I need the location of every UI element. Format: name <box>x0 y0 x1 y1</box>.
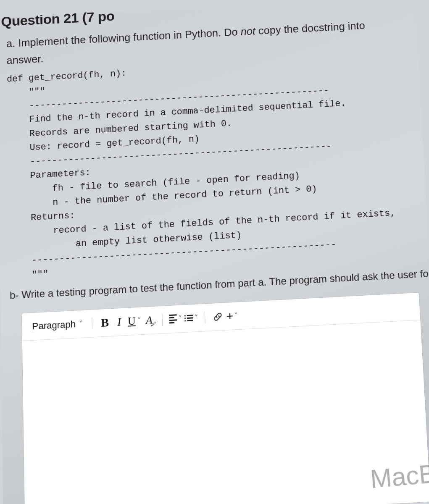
part-a-line2: answer. <box>6 52 43 66</box>
chevron-down-icon: ˅ <box>234 312 238 320</box>
chevron-down-icon: ˅ <box>137 317 141 325</box>
underline-icon: U <box>127 315 136 328</box>
code-line: """ <box>7 87 45 99</box>
toolbar-separator <box>92 317 92 329</box>
font-color-button[interactable]: A🖊 <box>143 314 155 327</box>
font-color-icon: A🖊 <box>146 314 153 327</box>
code-line: def get_record(fh, n): <box>7 68 127 85</box>
bold-button[interactable]: B <box>99 316 111 329</box>
answer-editor: Paragraph ˅ B I U ˅ A🖊 ˅ <box>22 292 429 504</box>
plus-icon: + <box>226 309 234 323</box>
code-docstring: def get_record(fh, n): """ -------------… <box>2 52 426 284</box>
chevron-down-icon: ˅ <box>79 320 82 328</box>
part-a-suffix: copy the docstring into <box>255 19 365 37</box>
paragraph-style-select[interactable]: Paragraph ˅ <box>32 318 85 332</box>
toolbar-separator <box>204 311 205 323</box>
toolbar-separator <box>162 314 163 326</box>
link-icon <box>212 311 223 322</box>
code-line: """ <box>9 269 48 281</box>
question-screen: Question 21 (7 po a. Implement the follo… <box>0 0 429 504</box>
link-button[interactable] <box>211 310 224 323</box>
align-left-icon <box>169 314 177 323</box>
chevron-down-icon: ˅ <box>178 315 182 323</box>
underline-button[interactable]: U ˅ <box>128 315 141 327</box>
code-line: Parameters: <box>8 168 91 182</box>
list-button[interactable]: ˅ <box>184 312 198 324</box>
paragraph-style-label: Paragraph <box>32 318 76 332</box>
editor-content-area[interactable] <box>22 320 429 504</box>
code-line: Returns: <box>8 210 75 224</box>
part-a-not: not <box>240 25 255 37</box>
chevron-down-icon: ˅ <box>194 314 198 322</box>
italic-button[interactable]: I <box>113 315 125 328</box>
insert-button[interactable]: + ˅ <box>226 310 238 322</box>
bullet-list-icon <box>184 315 193 321</box>
align-button[interactable]: ˅ <box>169 312 182 325</box>
